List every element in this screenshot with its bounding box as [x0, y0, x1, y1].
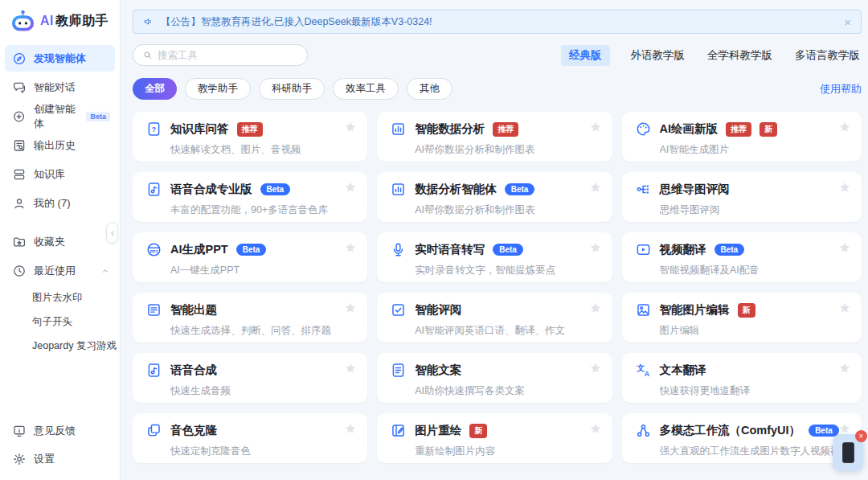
favorite-star-icon[interactable] [344, 121, 357, 133]
sidebar-item-favorites[interactable]: 收藏夹 [5, 228, 115, 255]
toolbar-row: 经典版外语教学版全学科教学版多语言教学版 [133, 44, 862, 66]
gear-icon [12, 452, 27, 466]
card-title: 数据分析智能体 [415, 182, 497, 197]
tool-card[interactable]: 语音合成快速生成音频 [133, 353, 367, 403]
tool-card[interactable]: 智能图片编辑新图片编辑 [622, 293, 862, 343]
sidebar-item-create-agent[interactable]: 创建智能体Beta [5, 103, 115, 129]
hot-badge: 推荐 [493, 122, 518, 137]
favorite-star-icon[interactable] [344, 241, 357, 254]
filter-pill[interactable]: 其他 [407, 78, 452, 100]
search-input[interactable] [158, 50, 298, 61]
tool-card[interactable]: ?知识库问答推荐快速解读文档、图片、音视频 [133, 112, 367, 162]
favorite-star-icon[interactable] [589, 241, 602, 254]
sidebar-item-output-history[interactable]: 输出历史 [5, 132, 115, 158]
tool-card[interactable]: PPTAI生成PPTBetaAI一键生成PPT [133, 232, 367, 282]
card-head: 实时语音转写Beta [390, 241, 600, 258]
card-desc: 实时录音转文字，智能提炼要点 [415, 264, 600, 277]
recent-item[interactable]: Jeopardy 复习游戏 [5, 334, 115, 358]
card-title: 思维导图评阅 [660, 182, 730, 197]
sidebar-collapse-handle[interactable] [106, 222, 118, 244]
favorite-star-icon[interactable] [838, 362, 851, 375]
favorite-star-icon[interactable] [838, 422, 851, 435]
favorite-star-icon[interactable] [344, 181, 357, 194]
version-tab[interactable]: 经典版 [561, 45, 610, 66]
favorite-star-icon[interactable] [589, 181, 602, 194]
tool-card[interactable]: 视频翻译Beta智能视频翻译及AI配音 [622, 232, 862, 282]
favorite-star-icon[interactable] [838, 241, 851, 254]
tool-card[interactable]: 音色克隆快速定制克隆音色 [133, 413, 367, 463]
card-title: 智能数据分析 [415, 121, 485, 137]
sidebar-item-settings[interactable]: 设置 [5, 445, 115, 472]
card-title: 智能图片编辑 [660, 302, 730, 318]
search-box[interactable] [133, 44, 308, 66]
card-title: AI生成PPT [170, 242, 228, 257]
tool-card[interactable]: 智能评阅AI智能评阅英语口语、翻译、作文 [377, 293, 612, 343]
tool-card[interactable]: 语音合成专业版Beta丰富的配置功能，90+多语言音色库 [133, 172, 367, 222]
chevron-up-icon[interactable] [100, 266, 110, 276]
sidebar-item-smart-chat[interactable]: 智能对话 [5, 74, 115, 101]
sidebar-item-mine[interactable]: 我的 (7) [5, 190, 115, 216]
mindmap-icon [635, 181, 652, 198]
tool-card[interactable]: 实时语音转写Beta实时录音转文字，智能提炼要点 [377, 232, 612, 282]
beta-badge: Beta [236, 244, 267, 256]
favorite-star-icon[interactable] [589, 121, 602, 133]
filter-pill[interactable]: 科研助手 [259, 78, 325, 100]
favorite-star-icon[interactable] [344, 362, 357, 375]
card-title: 语音合成专业版 [170, 182, 252, 197]
favorite-star-icon[interactable] [589, 302, 602, 314]
sidebar-item-recent[interactable]: 最近使用 [5, 257, 115, 284]
favorite-star-icon[interactable] [589, 362, 602, 375]
hot-badge: 推荐 [726, 122, 751, 137]
app-logo[interactable]: AI教师助手 [0, 0, 120, 45]
sidebar-item-label: 最近使用 [34, 264, 76, 278]
announcement-banner: 【公告】智慧教育再进化,已接入DeepSeek最新版本V3-0324! × [133, 10, 862, 34]
beta-badge: Beta [493, 244, 523, 256]
help-link[interactable]: 使用帮助 [820, 82, 862, 96]
sidebar-item-discover-agents[interactable]: 发现智能体 [5, 45, 115, 72]
tool-card[interactable]: 文A文本翻译快速获得更地道翻译 [622, 353, 862, 403]
version-tab[interactable]: 外语教学版 [629, 45, 687, 66]
tool-card[interactable]: 智能数据分析推荐AI帮你数据分析和制作图表 [377, 112, 612, 162]
tool-card[interactable]: 多模态工作流（ComfyUI）Beta强大直观的工作流生成图片数字人视频神器 [622, 413, 862, 463]
tool-card[interactable]: 智能出题快速生成选择、判断、问答、排序题 [133, 293, 367, 343]
filter-row: 全部教学助手科研助手效率工具其他 使用帮助 [133, 78, 862, 100]
filter-pill[interactable]: 全部 [133, 78, 177, 100]
recent-item[interactable]: 图片去水印 [5, 285, 115, 310]
sidebar-item-knowledge-base[interactable]: 知识库 [5, 161, 115, 187]
tool-card[interactable]: AI绘画新版推荐新AI智能生成图片 [622, 112, 862, 162]
card-desc: 思维导图评阅 [660, 203, 851, 217]
hot-badge: 新 [760, 122, 777, 137]
tool-card[interactable]: 数据分析智能体BetaAI帮你数据分析和制作图表 [377, 172, 612, 222]
sidebar-item-label: 设置 [34, 452, 55, 466]
filter-pill[interactable]: 教学助手 [185, 78, 251, 100]
widget-close-icon[interactable]: × [855, 430, 867, 442]
svg-text:?: ? [152, 125, 156, 133]
tool-card[interactable]: 思维导图评阅思维导图评阅 [622, 172, 862, 222]
card-desc: AI助你快速撰写各类文案 [415, 384, 600, 398]
version-tab[interactable]: 多语言教学版 [793, 45, 862, 66]
card-title: 知识库问答 [170, 121, 229, 137]
sidebar-item-feedback[interactable]: 意见反馈 [5, 417, 115, 444]
recent-item[interactable]: 句子开头 [5, 310, 115, 334]
version-tab[interactable]: 全学科教学版 [706, 45, 774, 66]
tool-card[interactable]: 智能文案AI助你快速撰写各类文案 [377, 353, 612, 403]
card-desc: 快速生成音频 [170, 384, 356, 398]
favorite-star-icon[interactable] [838, 121, 851, 133]
card-desc: 丰富的配置功能，90+多语言音色库 [170, 203, 356, 217]
card-head: 思维导图评阅 [635, 181, 851, 198]
favorite-star-icon[interactable] [838, 302, 851, 314]
workflow-icon [635, 422, 652, 439]
chart-icon [390, 121, 407, 137]
user-icon [12, 196, 27, 211]
favorite-star-icon[interactable] [344, 302, 357, 314]
image-icon [635, 302, 652, 318]
tool-card[interactable]: 图片重绘新重新绘制图片内容 [377, 413, 612, 463]
banner-close-icon[interactable]: × [844, 16, 851, 28]
mobile-app-widget[interactable]: × [833, 434, 863, 471]
quiz-icon [145, 302, 162, 318]
favorite-star-icon[interactable] [344, 422, 357, 435]
favorite-star-icon[interactable] [838, 181, 851, 194]
favorite-star-icon[interactable] [589, 422, 602, 435]
beta-badge: Beta [714, 244, 745, 256]
filter-pill[interactable]: 效率工具 [333, 78, 399, 100]
